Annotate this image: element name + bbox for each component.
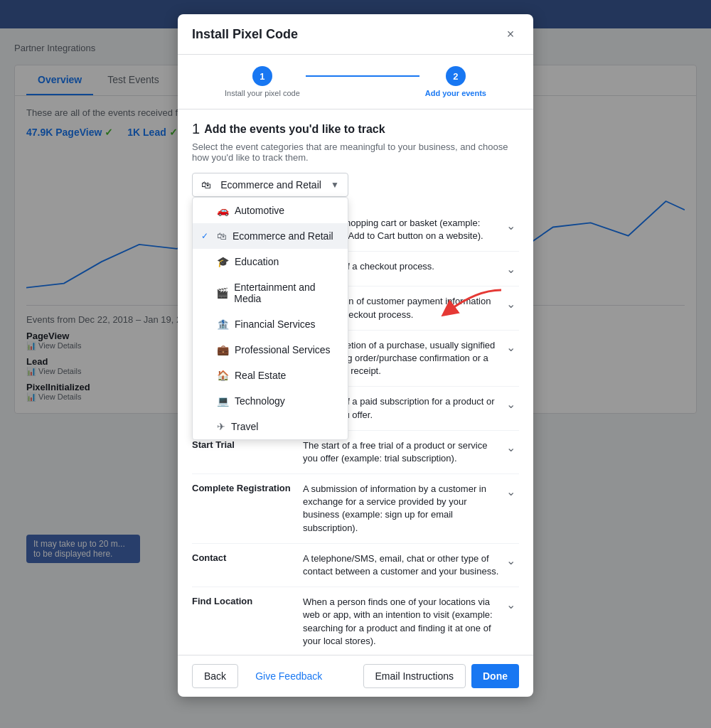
- event-row-starttrial-chevron[interactable]: ⌄: [502, 439, 519, 456]
- done-button[interactable]: Done: [471, 664, 519, 688]
- step-1-label: Install your pixel code: [225, 89, 300, 97]
- close-button[interactable]: ×: [502, 26, 519, 43]
- progress-stepper: 1 Install your pixel code 2 Add your eve…: [178, 55, 533, 109]
- dropdown-chevron-icon: ▼: [331, 180, 339, 190]
- event-row-contact: Contact A telephone/SMS, email, chat or …: [192, 544, 519, 587]
- step-1-circle: 1: [252, 66, 272, 86]
- dropdown-item-travel[interactable]: ✈ Travel: [193, 414, 348, 439]
- event-row-addtocart-chevron[interactable]: ⌄: [502, 217, 519, 234]
- event-row-subscribe-chevron[interactable]: ⌄: [502, 395, 519, 412]
- section-1: 1 Add the events you'd like to track Sel…: [192, 121, 519, 655]
- step-2-label: Add your events: [425, 89, 486, 97]
- back-button[interactable]: Back: [192, 664, 238, 688]
- dropdown-item-professional[interactable]: 💼 Professional Services: [193, 337, 348, 363]
- event-row-findlocation-chevron[interactable]: ⌄: [502, 596, 519, 613]
- red-arrow-indicator: [441, 287, 505, 325]
- dropdown-item-realestate[interactable]: 🏠 Real Estate: [193, 363, 348, 388]
- modal-footer: Back Give Feedback Email Instructions Do…: [178, 655, 533, 697]
- dropdown-item-ecommerce[interactable]: ✓ 🛍 Ecommerce and Retail: [193, 223, 348, 249]
- step-line: [306, 75, 419, 77]
- footer-left: Back Give Feedback: [192, 664, 333, 688]
- step-2-circle: 2: [446, 66, 466, 86]
- dropdown-item-education[interactable]: 🎓 Education: [193, 249, 348, 274]
- section-1-desc: Select the event categories that are mea…: [192, 141, 519, 163]
- dropdown-selected-label: Ecommerce and Retail: [220, 179, 321, 191]
- give-feedback-button[interactable]: Give Feedback: [244, 665, 333, 687]
- section-1-title: 1 Add the events you'd like to track: [192, 121, 519, 137]
- modal-title: Install Pixel Code: [192, 27, 298, 42]
- install-pixel-modal: Install Pixel Code × 1 Install your pixe…: [178, 14, 533, 697]
- step-2: 2 Add your events: [425, 66, 486, 97]
- modal-header: Install Pixel Code ×: [178, 14, 533, 55]
- modal-overlay: Install Pixel Code × 1 Install your pixe…: [0, 0, 711, 728]
- event-row-completeregistration: Complete Registration A submission of in…: [192, 474, 519, 544]
- event-row-findlocation: Find Location When a person finds one of…: [192, 587, 519, 655]
- step-1: 1 Install your pixel code: [225, 66, 300, 97]
- footer-right: Email Instructions Done: [363, 664, 519, 688]
- event-row-contact-chevron[interactable]: ⌄: [502, 552, 519, 569]
- dropdown-item-financial[interactable]: 🏦 Financial Services: [193, 311, 348, 337]
- dropdown-item-technology[interactable]: 💻 Technology: [193, 388, 348, 414]
- email-instructions-button[interactable]: Email Instructions: [363, 664, 466, 688]
- event-row-completeregistration-chevron[interactable]: ⌄: [502, 483, 519, 500]
- category-dropdown-container: 🛍 Ecommerce and Retail ▼ 🚗 Automotive ✓: [192, 173, 519, 197]
- dropdown-menu: 🚗 Automotive ✓ 🛍 Ecommerce and Retail 🎓 …: [192, 197, 348, 440]
- event-row-initiatecheckout-chevron[interactable]: ⌄: [502, 260, 519, 277]
- event-row-purchase-chevron[interactable]: ⌄: [502, 339, 519, 356]
- dropdown-item-automotive[interactable]: 🚗 Automotive: [193, 198, 348, 223]
- dropdown-item-entertainment[interactable]: 🎬 Entertainment and Media: [193, 274, 348, 311]
- category-dropdown[interactable]: 🛍 Ecommerce and Retail ▼: [192, 173, 348, 197]
- modal-body: 1 Add the events you'd like to track Sel…: [178, 109, 533, 655]
